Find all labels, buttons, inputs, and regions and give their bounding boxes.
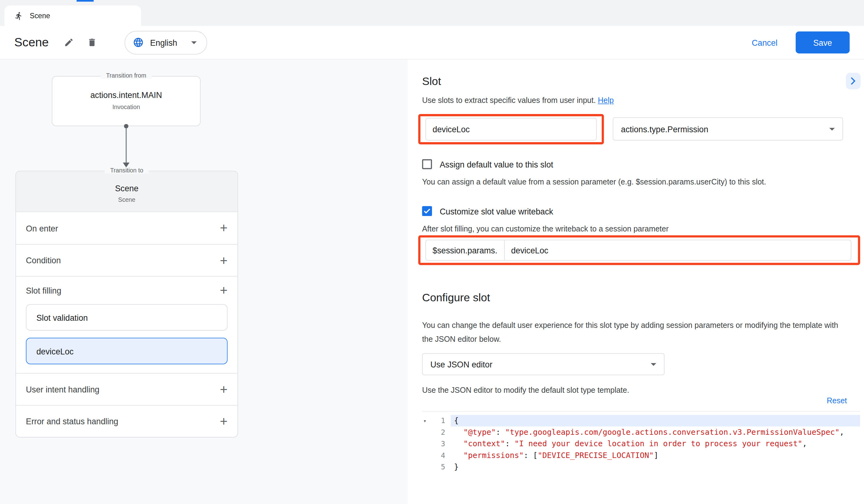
add-icon[interactable]: +: [220, 415, 227, 428]
add-icon[interactable]: +: [220, 221, 227, 235]
scene-node-card: Transition to Scene Scene On enter + Con…: [15, 171, 238, 437]
checkmark-icon: [424, 208, 430, 214]
intent-name: actions.intent.MAIN: [52, 90, 200, 99]
writeback-label: Customize slot value writeback: [440, 206, 553, 216]
scene-flow-diagram: Transition from actions.intent.MAIN Invo…: [0, 60, 408, 504]
assign-default-checkbox-row[interactable]: Assign default value to this slot: [422, 159, 553, 169]
transition-from-legend: Transition from: [100, 72, 152, 79]
section-label: User intent handling: [26, 385, 99, 394]
section-label: Slot filling: [26, 286, 61, 295]
reset-link[interactable]: Reset: [827, 396, 847, 405]
directions-walk-icon: [14, 11, 23, 20]
fold-toggle-icon[interactable]: ▾: [423, 415, 427, 427]
slot-section-title: Slot: [422, 75, 441, 88]
json-editor: ▾12345 { "@type": "type.googleapis.com/g…: [422, 411, 860, 504]
language-label: English: [150, 38, 177, 47]
add-icon[interactable]: +: [220, 254, 227, 267]
editor-hint: Use the JSON editor to modify the defaul…: [422, 386, 629, 395]
slot-description-text: Use slots to extract specific values fro…: [422, 96, 596, 105]
app-window: Scene Scene English Cancel Save: [0, 0, 864, 504]
scene-header: Scene English Cancel Save: [0, 26, 864, 60]
tab-scene[interactable]: Scene: [4, 5, 141, 26]
assign-default-checkbox[interactable]: [422, 159, 432, 169]
tab-bar: Scene: [0, 0, 864, 26]
line-number: 1: [441, 415, 445, 427]
editor-mode-value: Use JSON editor: [430, 360, 493, 369]
code-line: "permissions": ["DEVICE_PRECISE_LOCATION…: [451, 449, 860, 461]
scene-node-title: Scene: [16, 183, 238, 193]
slot-type-value: actions.type.Permission: [621, 124, 708, 133]
editor-mode-select[interactable]: Use JSON editor: [422, 353, 665, 375]
chevron-down-icon: [829, 128, 835, 130]
top-accent-bar: [77, 0, 94, 2]
collapse-panel-button[interactable]: [846, 73, 861, 89]
save-button[interactable]: Save: [796, 32, 850, 53]
section-label: Condition: [26, 255, 61, 265]
section-user-intent-handling: User intent handling +: [16, 373, 238, 405]
transition-to-legend: Transition to: [105, 167, 149, 173]
code-line: }: [451, 461, 860, 473]
slot-description: Use slots to extract specific values fro…: [422, 96, 614, 105]
deviceloc-slot-item[interactable]: deviceLoc: [26, 338, 228, 364]
writeback-input: $session.params.: [425, 240, 851, 261]
line-number: 5: [441, 461, 445, 473]
section-error-status-handling: Error and status handling +: [16, 405, 238, 437]
edit-scene-button[interactable]: [60, 33, 79, 52]
code-line: {: [451, 415, 860, 427]
screenshot-viewport: Scene Scene English Cancel Save: [0, 0, 864, 504]
annotation-box-writeback: $session.params.: [418, 235, 860, 265]
invocation-label: Invocation: [52, 104, 200, 110]
trash-icon: [87, 37, 97, 47]
add-icon[interactable]: +: [220, 284, 227, 297]
writeback-checkbox[interactable]: [422, 206, 432, 216]
code-line: "context": "I need your device location …: [451, 438, 860, 449]
globe-icon: [133, 37, 144, 48]
section-label: On enter: [26, 224, 58, 233]
transition-from-node[interactable]: Transition from actions.intent.MAIN Invo…: [52, 76, 201, 126]
assign-default-label: Assign default value to this slot: [440, 159, 553, 169]
language-select[interactable]: English: [125, 31, 207, 55]
slot-name-input[interactable]: [425, 118, 597, 141]
line-number: 2: [441, 427, 445, 438]
assign-default-help: You can assign a default value from a se…: [422, 177, 766, 186]
configure-slot-title: Configure slot: [422, 291, 490, 304]
connector-line: [126, 128, 127, 163]
editor-gutter: ▾12345: [422, 412, 451, 504]
delete-scene-button[interactable]: [83, 33, 102, 52]
chevron-down-icon: [651, 363, 656, 365]
json-code-area[interactable]: { "@type": "type.googleapis.com/google.a…: [451, 412, 860, 504]
section-condition: Condition +: [16, 244, 238, 276]
slot-editor-panel: Slot Use slots to extract specific value…: [408, 60, 864, 504]
writeback-checkbox-row[interactable]: Customize slot value writeback: [422, 206, 553, 216]
chevron-right-icon: [851, 77, 856, 85]
page-title: Scene: [14, 35, 49, 49]
section-on-enter: On enter +: [16, 212, 238, 244]
configure-slot-description: You can change the default user experien…: [422, 319, 840, 346]
pencil-icon: [64, 37, 74, 47]
writeback-value-input[interactable]: [505, 245, 851, 255]
line-number: 3: [441, 438, 445, 449]
annotation-box-slot-name: [418, 114, 604, 144]
line-number: 4: [441, 449, 445, 461]
code-line: "@type": "type.googleapis.com/google.act…: [451, 427, 860, 438]
section-slot-filling: Slot filling + Slot validation deviceLoc: [16, 276, 238, 373]
add-icon[interactable]: +: [220, 383, 227, 396]
slot-validation-label: Slot validation: [36, 313, 88, 322]
writeback-help: After slot filling, you can customize th…: [422, 224, 669, 233]
scene-node-header[interactable]: Scene Scene: [16, 171, 238, 212]
tab-label: Scene: [30, 11, 50, 20]
scene-node-subtitle: Scene: [16, 196, 238, 203]
slot-validation-item[interactable]: Slot validation: [26, 304, 228, 331]
session-params-prefix: $session.params.: [426, 240, 504, 260]
slot-type-select[interactable]: actions.type.Permission: [613, 117, 843, 141]
connector-dot: [124, 124, 128, 128]
chevron-down-icon: [191, 41, 196, 44]
help-link[interactable]: Help: [598, 96, 614, 105]
cancel-button[interactable]: Cancel: [752, 38, 778, 47]
section-label: Error and status handling: [26, 417, 118, 426]
deviceloc-slot-label: deviceLoc: [36, 346, 74, 356]
